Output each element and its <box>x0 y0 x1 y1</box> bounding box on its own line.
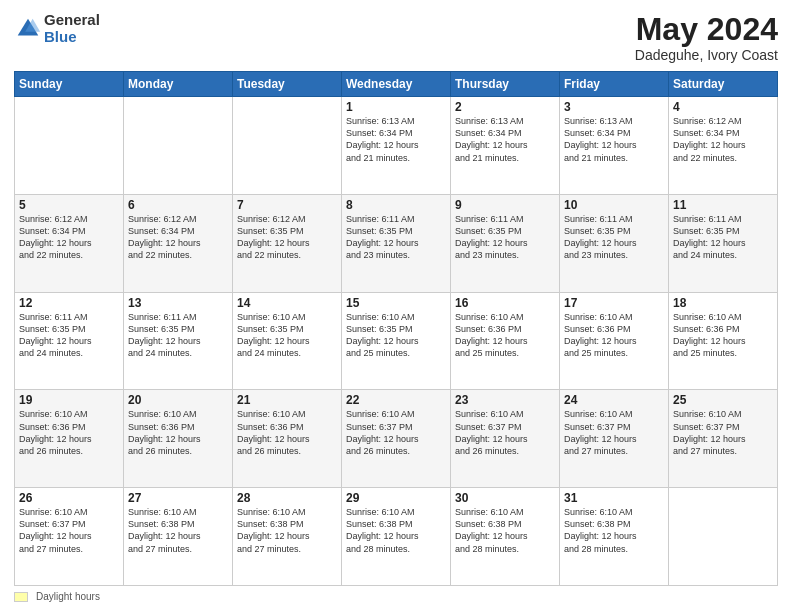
day-info: Sunrise: 6:11 AM Sunset: 6:35 PM Dayligh… <box>128 311 228 360</box>
day-number: 20 <box>128 393 228 407</box>
logo-general: General <box>44 12 100 29</box>
day-info: Sunrise: 6:10 AM Sunset: 6:38 PM Dayligh… <box>346 506 446 555</box>
title-month: May 2024 <box>635 12 778 47</box>
day-info: Sunrise: 6:12 AM Sunset: 6:35 PM Dayligh… <box>237 213 337 262</box>
day-info: Sunrise: 6:13 AM Sunset: 6:34 PM Dayligh… <box>455 115 555 164</box>
calendar-cell: 17Sunrise: 6:10 AM Sunset: 6:36 PM Dayli… <box>560 292 669 390</box>
title-location: Dadeguhe, Ivory Coast <box>635 47 778 63</box>
calendar-header-row: SundayMondayTuesdayWednesdayThursdayFrid… <box>15 72 778 97</box>
day-info: Sunrise: 6:13 AM Sunset: 6:34 PM Dayligh… <box>346 115 446 164</box>
day-number: 10 <box>564 198 664 212</box>
col-header-thursday: Thursday <box>451 72 560 97</box>
day-number: 24 <box>564 393 664 407</box>
day-number: 13 <box>128 296 228 310</box>
day-info: Sunrise: 6:11 AM Sunset: 6:35 PM Dayligh… <box>346 213 446 262</box>
day-number: 22 <box>346 393 446 407</box>
day-info: Sunrise: 6:10 AM Sunset: 6:37 PM Dayligh… <box>346 408 446 457</box>
day-number: 9 <box>455 198 555 212</box>
calendar-cell: 1Sunrise: 6:13 AM Sunset: 6:34 PM Daylig… <box>342 97 451 195</box>
calendar-cell: 2Sunrise: 6:13 AM Sunset: 6:34 PM Daylig… <box>451 97 560 195</box>
col-header-sunday: Sunday <box>15 72 124 97</box>
day-info: Sunrise: 6:10 AM Sunset: 6:36 PM Dayligh… <box>19 408 119 457</box>
day-number: 29 <box>346 491 446 505</box>
calendar-cell: 8Sunrise: 6:11 AM Sunset: 6:35 PM Daylig… <box>342 194 451 292</box>
calendar-table: SundayMondayTuesdayWednesdayThursdayFrid… <box>14 71 778 586</box>
day-info: Sunrise: 6:11 AM Sunset: 6:35 PM Dayligh… <box>19 311 119 360</box>
calendar-cell: 4Sunrise: 6:12 AM Sunset: 6:34 PM Daylig… <box>669 97 778 195</box>
calendar-cell: 20Sunrise: 6:10 AM Sunset: 6:36 PM Dayli… <box>124 390 233 488</box>
footer: Daylight hours <box>14 591 778 602</box>
day-info: Sunrise: 6:12 AM Sunset: 6:34 PM Dayligh… <box>128 213 228 262</box>
day-number: 17 <box>564 296 664 310</box>
day-info: Sunrise: 6:10 AM Sunset: 6:38 PM Dayligh… <box>237 506 337 555</box>
calendar-cell: 9Sunrise: 6:11 AM Sunset: 6:35 PM Daylig… <box>451 194 560 292</box>
day-info: Sunrise: 6:10 AM Sunset: 6:36 PM Dayligh… <box>455 311 555 360</box>
day-number: 15 <box>346 296 446 310</box>
col-header-monday: Monday <box>124 72 233 97</box>
calendar-cell: 30Sunrise: 6:10 AM Sunset: 6:38 PM Dayli… <box>451 488 560 586</box>
day-info: Sunrise: 6:10 AM Sunset: 6:35 PM Dayligh… <box>237 311 337 360</box>
day-number: 19 <box>19 393 119 407</box>
day-number: 23 <box>455 393 555 407</box>
day-number: 16 <box>455 296 555 310</box>
day-number: 11 <box>673 198 773 212</box>
day-number: 21 <box>237 393 337 407</box>
calendar-cell: 5Sunrise: 6:12 AM Sunset: 6:34 PM Daylig… <box>15 194 124 292</box>
day-number: 14 <box>237 296 337 310</box>
header: General Blue May 2024 Dadeguhe, Ivory Co… <box>14 12 778 63</box>
col-header-wednesday: Wednesday <box>342 72 451 97</box>
logo-blue: Blue <box>44 29 100 46</box>
logo: General Blue <box>14 12 100 45</box>
day-info: Sunrise: 6:11 AM Sunset: 6:35 PM Dayligh… <box>673 213 773 262</box>
day-number: 8 <box>346 198 446 212</box>
day-number: 12 <box>19 296 119 310</box>
day-info: Sunrise: 6:13 AM Sunset: 6:34 PM Dayligh… <box>564 115 664 164</box>
day-number: 27 <box>128 491 228 505</box>
day-info: Sunrise: 6:10 AM Sunset: 6:36 PM Dayligh… <box>673 311 773 360</box>
day-number: 2 <box>455 100 555 114</box>
calendar-cell: 7Sunrise: 6:12 AM Sunset: 6:35 PM Daylig… <box>233 194 342 292</box>
calendar-cell: 27Sunrise: 6:10 AM Sunset: 6:38 PM Dayli… <box>124 488 233 586</box>
calendar-cell: 28Sunrise: 6:10 AM Sunset: 6:38 PM Dayli… <box>233 488 342 586</box>
calendar-cell <box>15 97 124 195</box>
day-info: Sunrise: 6:11 AM Sunset: 6:35 PM Dayligh… <box>455 213 555 262</box>
daylight-label: Daylight hours <box>36 591 100 602</box>
calendar-week-row: 1Sunrise: 6:13 AM Sunset: 6:34 PM Daylig… <box>15 97 778 195</box>
day-number: 4 <box>673 100 773 114</box>
calendar-cell: 23Sunrise: 6:10 AM Sunset: 6:37 PM Dayli… <box>451 390 560 488</box>
daylight-swatch <box>14 592 28 602</box>
day-info: Sunrise: 6:10 AM Sunset: 6:37 PM Dayligh… <box>19 506 119 555</box>
calendar-week-row: 5Sunrise: 6:12 AM Sunset: 6:34 PM Daylig… <box>15 194 778 292</box>
calendar-cell: 13Sunrise: 6:11 AM Sunset: 6:35 PM Dayli… <box>124 292 233 390</box>
calendar-cell: 15Sunrise: 6:10 AM Sunset: 6:35 PM Dayli… <box>342 292 451 390</box>
day-number: 31 <box>564 491 664 505</box>
day-number: 28 <box>237 491 337 505</box>
calendar-cell: 22Sunrise: 6:10 AM Sunset: 6:37 PM Dayli… <box>342 390 451 488</box>
calendar-cell: 3Sunrise: 6:13 AM Sunset: 6:34 PM Daylig… <box>560 97 669 195</box>
day-info: Sunrise: 6:10 AM Sunset: 6:35 PM Dayligh… <box>346 311 446 360</box>
col-header-saturday: Saturday <box>669 72 778 97</box>
day-number: 6 <box>128 198 228 212</box>
calendar-week-row: 26Sunrise: 6:10 AM Sunset: 6:37 PM Dayli… <box>15 488 778 586</box>
calendar-cell: 10Sunrise: 6:11 AM Sunset: 6:35 PM Dayli… <box>560 194 669 292</box>
day-info: Sunrise: 6:10 AM Sunset: 6:37 PM Dayligh… <box>455 408 555 457</box>
day-info: Sunrise: 6:10 AM Sunset: 6:36 PM Dayligh… <box>564 311 664 360</box>
calendar-cell: 19Sunrise: 6:10 AM Sunset: 6:36 PM Dayli… <box>15 390 124 488</box>
day-number: 18 <box>673 296 773 310</box>
calendar-cell: 24Sunrise: 6:10 AM Sunset: 6:37 PM Dayli… <box>560 390 669 488</box>
day-number: 25 <box>673 393 773 407</box>
calendar-cell: 29Sunrise: 6:10 AM Sunset: 6:38 PM Dayli… <box>342 488 451 586</box>
calendar-cell: 12Sunrise: 6:11 AM Sunset: 6:35 PM Dayli… <box>15 292 124 390</box>
calendar-cell: 21Sunrise: 6:10 AM Sunset: 6:36 PM Dayli… <box>233 390 342 488</box>
logo-icon <box>14 15 42 43</box>
day-number: 7 <box>237 198 337 212</box>
day-info: Sunrise: 6:10 AM Sunset: 6:38 PM Dayligh… <box>455 506 555 555</box>
col-header-tuesday: Tuesday <box>233 72 342 97</box>
calendar-cell: 31Sunrise: 6:10 AM Sunset: 6:38 PM Dayli… <box>560 488 669 586</box>
day-info: Sunrise: 6:10 AM Sunset: 6:38 PM Dayligh… <box>564 506 664 555</box>
calendar-cell: 11Sunrise: 6:11 AM Sunset: 6:35 PM Dayli… <box>669 194 778 292</box>
day-info: Sunrise: 6:10 AM Sunset: 6:38 PM Dayligh… <box>128 506 228 555</box>
col-header-friday: Friday <box>560 72 669 97</box>
day-number: 30 <box>455 491 555 505</box>
title-block: May 2024 Dadeguhe, Ivory Coast <box>635 12 778 63</box>
